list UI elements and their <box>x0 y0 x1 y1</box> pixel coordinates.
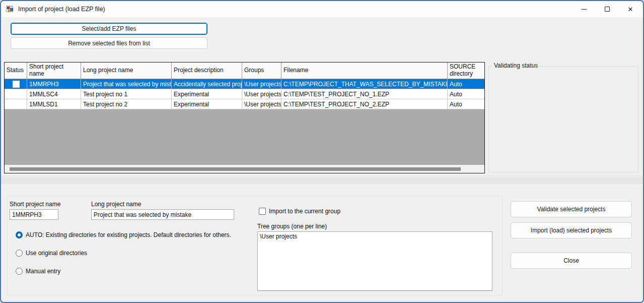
long-project-name-field[interactable] <box>91 209 234 220</box>
groups-cell[interactable]: \User projects <box>242 79 281 89</box>
import-to-current-group-checkbox[interactable]: Import to the current group <box>259 208 340 215</box>
client-area: Select/add EZP files Remove selected fil… <box>1 17 643 302</box>
import-to-current-group-label: Import to the current group <box>269 208 340 215</box>
status-cell[interactable] <box>5 99 27 109</box>
projects-grid: Status Short project name Long project n… <box>4 62 485 173</box>
column-header-filename[interactable]: Filename <box>281 63 448 79</box>
window-controls: ✕ <box>573 1 642 17</box>
long-name-cell[interactable]: Test project no 2 <box>81 99 172 109</box>
radio-icon <box>16 231 23 238</box>
radio-use-original-directories[interactable]: Use original directories <box>16 250 87 257</box>
description-cell[interactable]: Accidentally selected project <box>172 79 242 89</box>
column-header-description[interactable]: Project description <box>172 63 242 79</box>
close-icon: ✕ <box>628 6 633 13</box>
long-project-name-label: Long project name <box>91 201 141 208</box>
column-header-status[interactable]: Status <box>5 63 27 79</box>
window-title: Import of project (load EZP file) <box>18 6 105 13</box>
horizontal-scrollbar[interactable] <box>5 165 484 173</box>
import-project-dialog: Import of project (load EZP file) ✕ Sele… <box>0 0 644 303</box>
scrollbar-thumb[interactable] <box>10 167 461 171</box>
radio-manual-entry[interactable]: Manual entry <box>16 268 60 275</box>
column-header-groups[interactable]: Groups <box>242 63 281 79</box>
column-header-source-directory[interactable]: SOURCE directory <box>448 63 484 79</box>
row-status-checkbox[interactable] <box>13 81 20 88</box>
grid-header-row: Status Short project name Long project n… <box>5 63 484 79</box>
validating-status-label: Validating status <box>492 62 540 69</box>
radio-original-label: Use original directories <box>26 250 87 257</box>
column-header-long-name[interactable]: Long project name <box>81 63 172 79</box>
table-row[interactable]: 1MMLSC4 Test project no 1 Experimental \… <box>5 89 484 99</box>
radio-manual-label: Manual entry <box>26 268 60 275</box>
app-icon <box>6 5 14 13</box>
status-cell[interactable] <box>5 89 27 99</box>
short-name-cell[interactable]: 1MMLSC4 <box>27 89 81 99</box>
long-name-cell[interactable]: Project that was selected by mistake <box>81 79 172 89</box>
description-cell[interactable]: Experimental <box>172 89 242 99</box>
minimize-icon <box>582 9 587 10</box>
select-add-ezp-files-button[interactable]: Select/add EZP files <box>11 23 207 35</box>
validating-status-groupbox: Validating status <box>488 66 638 172</box>
remove-selected-files-button[interactable]: Remove selected files from list <box>11 37 207 49</box>
close-button[interactable]: ✕ <box>619 1 642 17</box>
tree-groups-label: Tree groups (one per line) <box>257 223 327 230</box>
source-directory-cell[interactable]: Auto <box>448 79 484 89</box>
source-directory-cell[interactable]: Auto <box>448 99 484 109</box>
short-name-cell[interactable]: 1MMLSD1 <box>27 99 81 109</box>
description-cell[interactable]: Experimental <box>172 99 242 109</box>
radio-icon <box>16 250 23 257</box>
checkbox-icon <box>259 208 266 215</box>
close-dialog-button[interactable]: Close <box>511 253 632 269</box>
filename-cell[interactable]: C:\TEMP\TEST_PROJECT_NO_2.EZP <box>281 99 448 109</box>
filename-cell[interactable]: C:\TEMP\TEST_PROJECT_NO_1.EZP <box>281 89 448 99</box>
import-selected-projects-button[interactable]: Import (load) selected projects <box>511 222 632 238</box>
radio-auto-directories[interactable]: AUTO: Existing directories for existing … <box>16 231 231 238</box>
table-row[interactable]: 1MMRPH3 Project that was selected by mis… <box>5 79 484 89</box>
groups-cell[interactable]: \User projects <box>242 89 281 99</box>
maximize-button[interactable] <box>596 1 619 17</box>
table-row[interactable]: 1MMLSD1 Test project no 2 Experimental \… <box>5 99 484 109</box>
tree-groups-textarea[interactable]: \User projects <box>257 231 492 291</box>
groups-cell[interactable]: \User projects <box>242 99 281 109</box>
radio-icon <box>16 268 23 275</box>
validate-selected-projects-button[interactable]: Validate selected projects <box>511 201 632 217</box>
title-bar: Import of project (load EZP file) ✕ <box>1 1 643 17</box>
minimize-button[interactable] <box>573 1 596 17</box>
column-header-short-name[interactable]: Short project name <box>27 63 81 79</box>
maximize-icon <box>605 7 610 12</box>
project-details-panel: Short project name Long project name AUT… <box>7 196 503 295</box>
filename-cell[interactable]: C:\TEMP\PROJECT_THAT_WAS_SELECTED_BY_MIS… <box>281 79 448 89</box>
radio-auto-label: AUTO: Existing directories for existing … <box>26 231 231 238</box>
short-project-name-label: Short project name <box>10 201 60 208</box>
source-directory-cell[interactable]: Auto <box>448 89 484 99</box>
short-name-cell[interactable]: 1MMRPH3 <box>27 79 81 89</box>
grid-empty-area <box>5 109 484 165</box>
short-project-name-field[interactable] <box>10 209 58 220</box>
long-name-cell[interactable]: Test project no 1 <box>81 89 172 99</box>
status-cell[interactable] <box>5 79 27 89</box>
splitter-bar[interactable] <box>1 176 643 185</box>
